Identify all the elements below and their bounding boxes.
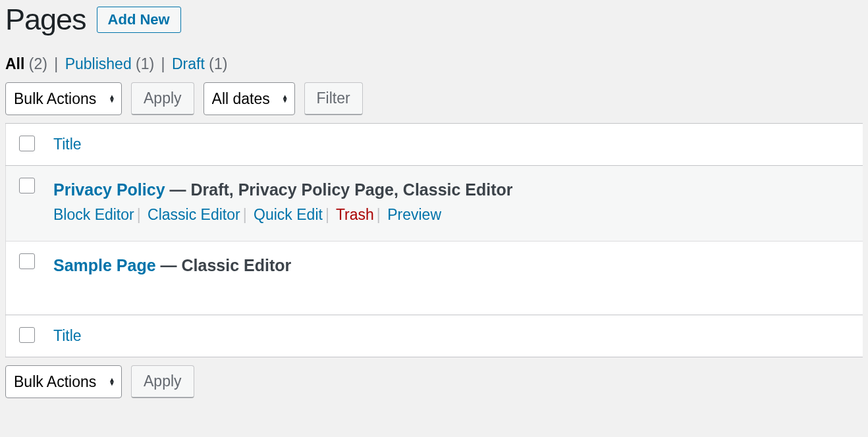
status-filter-links: All (2) | Published (1) | Draft (1) [5, 55, 863, 73]
action-quick-edit[interactable]: Quick Edit [254, 206, 323, 223]
table-body: Privacy Policy — Draft, Privacy Policy P… [6, 166, 863, 315]
add-new-button[interactable]: Add New [97, 7, 181, 33]
title-column-header: Title [44, 124, 863, 166]
action-preview[interactable]: Preview [387, 206, 441, 223]
post-state: — Draft, Privacy Policy Page, Classic Ed… [165, 180, 513, 199]
filter-published[interactable]: Published (1) [65, 55, 159, 72]
page-title-link[interactable]: Privacy Policy [53, 180, 165, 199]
action-classic-editor[interactable]: Classic Editor [148, 206, 240, 223]
date-filter-select[interactable]: All dates [203, 82, 295, 115]
separator: | [54, 55, 58, 72]
filter-button[interactable]: Filter [304, 82, 363, 115]
select-all-footer [6, 315, 45, 357]
select-all-checkbox[interactable] [19, 136, 35, 151]
page-title-link[interactable]: Sample Page [53, 256, 156, 274]
action-block-editor[interactable]: Block Editor [53, 206, 134, 223]
select-all-header [6, 124, 45, 166]
filter-draft-count: (1) [209, 55, 227, 72]
filter-all-count: (2) [29, 55, 47, 72]
separator: | [161, 55, 165, 72]
bulk-actions-select-bottom[interactable]: Bulk Actions [5, 365, 122, 398]
table-row: Sample Page — Classic Editor [6, 242, 863, 315]
filter-all[interactable]: All (2) [5, 55, 51, 72]
filter-draft[interactable]: Draft (1) [172, 55, 227, 72]
filter-draft-label: Draft [172, 55, 205, 72]
table-row: Privacy Policy — Draft, Privacy Policy P… [6, 166, 863, 242]
title-sort-link-bottom[interactable]: Title [53, 327, 82, 344]
apply-button[interactable]: Apply [131, 82, 194, 115]
page-title: Pages [5, 3, 86, 37]
title-column-footer: Title [44, 315, 863, 357]
select-all-checkbox-bottom[interactable] [19, 327, 35, 343]
row-actions: Block Editor| Classic Editor| Quick Edit… [53, 206, 854, 224]
action-trash[interactable]: Trash [336, 206, 374, 223]
title-sort-link[interactable]: Title [53, 136, 82, 153]
apply-button-bottom[interactable]: Apply [131, 365, 194, 398]
bulk-actions-select[interactable]: Bulk Actions [5, 82, 122, 115]
filter-published-label: Published [65, 55, 132, 72]
row-checkbox[interactable] [19, 253, 35, 269]
row-checkbox[interactable] [19, 178, 35, 193]
filter-all-label: All [5, 55, 24, 72]
pages-table: Title Privacy Policy — Draft, Privacy Po… [5, 123, 863, 357]
filter-published-count: (1) [136, 55, 154, 72]
post-state: — Classic Editor [156, 256, 292, 274]
